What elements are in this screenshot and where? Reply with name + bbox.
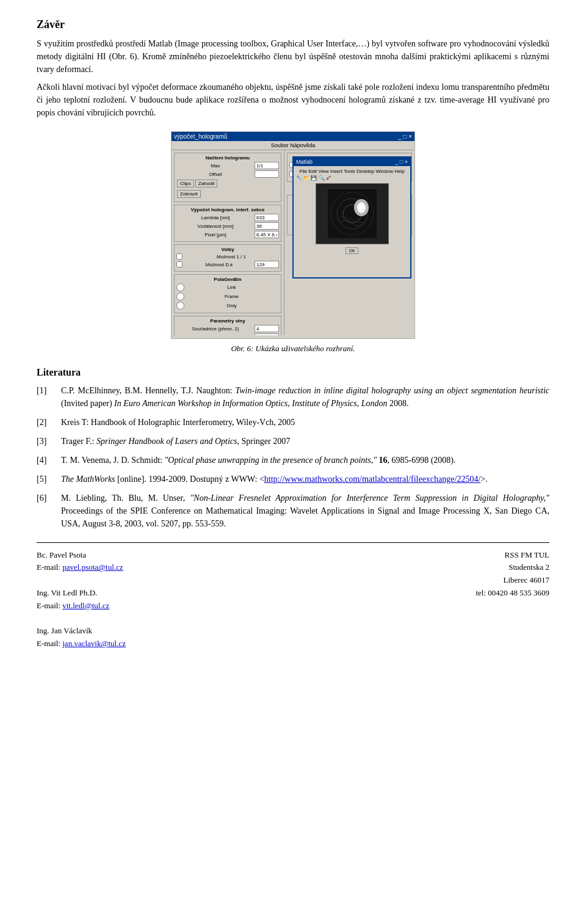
sw-inner-content: File Edit View Insert Tools Desktop Wind…: [294, 166, 410, 257]
sw-group-volby: Volby Možnost 1 / 1 Možnost D.k: [174, 244, 281, 272]
sw-btn-clips[interactable]: Clips: [177, 180, 194, 187]
figure-container: výpočet_hologramů _ □ × Soubor Nápověda …: [37, 131, 549, 355]
sw-menu-items: Soubor Nápověda: [271, 142, 316, 148]
sw-row-cb1: Možnost 1 / 1: [176, 253, 279, 260]
sw-cb-label2: Možnost D.k: [184, 262, 255, 267]
sw-inner-menubar: File Edit View Insert Tools Desktop Wind…: [296, 169, 408, 174]
sw-input-lambda[interactable]: [255, 214, 279, 221]
section-title: Závěr: [37, 18, 549, 31]
ref-5-text: The MathWorks [online]. 1994-2009. Dostu…: [61, 473, 549, 486]
footer-org-street: Studentska 2: [476, 561, 549, 574]
sw-title: výpočet_hologramů: [174, 133, 227, 140]
sw-group-polarity-title: PolaGenBin: [176, 277, 279, 282]
sw-rb-frame[interactable]: [176, 293, 184, 300]
sw-group-polarity: PolaGenBin Link Frame Only: [174, 274, 281, 313]
ref-5-link[interactable]: http://www.mathworks.com/matlabcentral/f…: [264, 475, 480, 484]
sw-row-param1: Souřadnice (přesn. 2): [176, 325, 279, 332]
ref-2-num: [2]: [37, 416, 61, 429]
sw-hologram-svg: [328, 189, 377, 238]
sw-image-display: [316, 183, 389, 244]
page-content: Závěr S využitím prostředků prostředí Ma…: [37, 18, 549, 650]
sw-left-panel: Načtení hologramu Max Offset Clips Zahod…: [172, 150, 284, 335]
footer-author2-email: E-mail: vit.ledl@tul.cz: [37, 600, 476, 613]
paragraph-2: Ačkoli hlavní motivací byl výpočet defor…: [37, 81, 549, 119]
sw-label-lambda: Lambda [nm]: [176, 215, 255, 220]
sw-btn-zahodit[interactable]: Zahodit: [195, 180, 218, 187]
sw-inner-bottom-buttons: OK: [296, 247, 408, 255]
footer-author2-email-link[interactable]: vit.ledl@tul.cz: [62, 601, 109, 610]
sw-rb-only[interactable]: [176, 302, 184, 310]
sw-controls: _ □ ×: [398, 133, 412, 140]
sw-right-panel: Matlab _ □ × File Edit View Insert Tools…: [284, 150, 414, 335]
sw-row-vzdalenost: Vzdálenost [mm]: [176, 222, 279, 230]
sw-group-adjust: Výpočet hologram. interf. sekce Lambda […: [174, 205, 281, 242]
sw-group-parametry-title: Parametry vlny: [176, 318, 279, 324]
figure-caption: Obr. 6: Ukázka uživatelského rozhraní.: [37, 343, 549, 355]
ref-4-num: [4]: [37, 454, 61, 467]
sw-input-param1[interactable]: [255, 325, 279, 332]
sw-inner-toolbar: 🔧 📂 💾 🔍 🖊: [296, 175, 408, 181]
ref-2: [2] Kreis T: Handbook of Holographic Int…: [37, 416, 549, 429]
sw-inner-window: Matlab _ □ × File Edit View Insert Tools…: [292, 156, 411, 278]
ref-5: [5] The MathWorks [online]. 1994-2009. D…: [37, 473, 549, 486]
footer-author1-name: Bc. Pavel Psota: [37, 549, 476, 562]
sw-input-offset[interactable]: [255, 170, 279, 178]
sw-rb-frame-label: Frame: [184, 294, 279, 299]
sw-titlebar: výpočet_hologramů _ □ ×: [172, 132, 414, 141]
sw-row-btngrp1: Clips Zahodit: [176, 179, 279, 188]
footer-author3-email-link[interactable]: jan.vaclavik@tul.cz: [62, 639, 126, 648]
ref-6-num: [6]: [37, 492, 61, 530]
footer-author1-email-link[interactable]: pavel.psota@tul.cz: [62, 562, 123, 572]
sw-input-pixel[interactable]: [255, 231, 279, 238]
sw-label-param2: Zóna (vol) 7): [176, 335, 255, 336]
sw-inner-title: Matlab: [296, 159, 313, 165]
footer-org-city: Liberec 46017: [476, 574, 549, 587]
ref-1-num: [1]: [37, 384, 61, 410]
sw-cb-option2[interactable]: [176, 261, 183, 267]
sw-inner-controls: _ □ ×: [395, 159, 408, 165]
sw-group-volby-title: Volby: [176, 247, 279, 252]
ref-3-text: Trager F.: Springer Handbook of Lasers a…: [61, 435, 549, 448]
sw-row-offset: Offset: [176, 170, 279, 178]
sw-btn-ok[interactable]: OK: [345, 247, 358, 254]
ref-1-text: C.P. McElhinney, B.M. Hennelly, T.J. Nau…: [61, 384, 549, 410]
ref-6-text: M. Liebling, Th. Blu, M. Unser, "Non-Lin…: [61, 492, 549, 530]
ref-4: [4] T. M. Venema, J. D. Schmidt: "Optica…: [37, 454, 549, 467]
sw-input-param2[interactable]: [255, 333, 279, 335]
sw-row-param2: Zóna (vol) 7): [176, 333, 279, 335]
sw-group-load: Načtení hologramu Max Offset Clips Zahod…: [174, 153, 281, 202]
sw-cb-label1: Možnost 1 / 1: [184, 254, 279, 260]
footer-author2-name: Ing. Vit Ledl Ph.D.: [37, 587, 476, 600]
footer-author3-email: E-mail: jan.vaclavik@tul.cz: [37, 638, 476, 650]
sw-row-rb2: Frame: [176, 293, 279, 300]
footer-author1-email: E-mail: pavel.psota@tul.cz: [37, 561, 476, 574]
sw-btn-zobrazit[interactable]: Zobrazit: [177, 190, 201, 198]
sw-row-rb1: Link: [176, 283, 279, 291]
references-list: [1] C.P. McElhinney, B.M. Hennelly, T.J.…: [37, 384, 549, 530]
sw-rb-only-label: Only: [184, 303, 279, 308]
sw-input-vzdalenost[interactable]: [255, 222, 279, 230]
sw-row-rb3: Only: [176, 302, 279, 310]
sw-label-max: Max: [176, 163, 255, 169]
sw-group-parametry: Parametry vlny Souřadnice (přesn. 2) Zón…: [174, 316, 281, 335]
footer-org-tel: tel: 00420 48 535 3609: [476, 587, 549, 600]
sw-input-max[interactable]: [255, 162, 279, 169]
paragraph-1: S využitím prostředků prostředí Matlab (…: [37, 37, 549, 76]
footer-divider: [37, 542, 549, 543]
sw-inner-titlebar: Matlab _ □ ×: [294, 158, 410, 166]
footer-right: RSS FM TUL Studentska 2 Liberec 46017 te…: [476, 549, 549, 650]
sw-rb-link-label: Link: [184, 285, 279, 290]
sw-label-param1: Souřadnice (přesn. 2): [176, 326, 255, 332]
sw-group-adjust-title: Výpočet hologram. interf. sekce: [176, 207, 279, 213]
footer-left: Bc. Pavel Psota E-mail: pavel.psota@tul.…: [37, 549, 476, 650]
sw-row-lambda: Lambda [nm]: [176, 214, 279, 221]
literatura-title: Literatura: [37, 367, 549, 378]
sw-label-pixel: Pixel [μm]: [176, 232, 255, 238]
sw-cb-option1[interactable]: [176, 253, 183, 260]
sw-row-pixel: Pixel [μm]: [176, 231, 279, 238]
sw-group-load-title: Načtení hologramu: [176, 155, 279, 161]
ref-6: [6] M. Liebling, Th. Blu, M. Unser, "Non…: [37, 492, 549, 530]
sw-rb-link[interactable]: [176, 283, 184, 291]
svg-point-6: [359, 205, 363, 209]
sw-input-option2[interactable]: [255, 261, 279, 268]
